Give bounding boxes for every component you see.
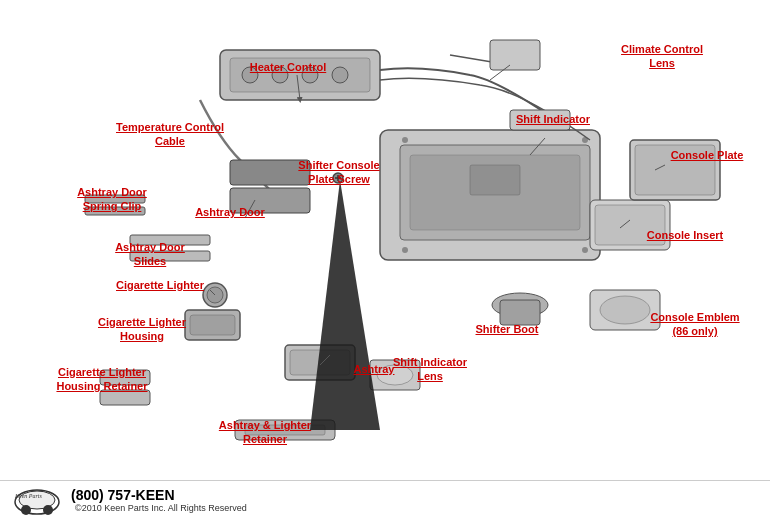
svg-text:Keen Parts: Keen Parts — [14, 493, 42, 499]
svg-rect-24 — [490, 40, 540, 70]
label-shifter-console-plate-screw: Shifter Console Plate Screw — [284, 158, 394, 187]
svg-rect-8 — [470, 165, 520, 195]
label-temperature-control-cable: Temperature Control Cable — [115, 120, 225, 149]
svg-point-59 — [43, 505, 53, 515]
footer-copyright: ©2010 Keen Parts Inc. All Rights Reserve… — [75, 503, 247, 513]
label-shift-indicator-lens: Shift Indicator Lens — [390, 355, 470, 384]
label-ashtray-door-slides: Ashtray Door Slides — [100, 240, 200, 269]
label-heater-control: Heater Control — [238, 60, 338, 74]
label-ashtray-door: Ashtray Door — [195, 205, 265, 219]
keen-parts-logo-icon: Keen Parts — [10, 482, 65, 517]
svg-point-58 — [21, 505, 31, 515]
svg-point-6 — [402, 247, 408, 253]
svg-point-4 — [402, 137, 408, 143]
label-ashtray-lighter-retainer: Ashtray & Lighter Retainer — [215, 418, 315, 447]
svg-point-14 — [600, 296, 650, 324]
label-cigarette-lighter-housing: Cigarette Lighter Housing — [87, 315, 197, 344]
footer-phone: (800) 757-KEEN — [71, 487, 247, 503]
label-shifter-boot: Shifter Boot — [472, 322, 542, 336]
svg-point-7 — [582, 247, 588, 253]
label-console-emblem: Console Emblem (86 only) — [650, 310, 740, 339]
diagram-container: Climate Control Lens Heater Control Shif… — [0, 0, 770, 518]
label-ashtray-door-spring-clip: Ashtray Door Spring Clip — [62, 185, 162, 214]
label-console-insert: Console Insert — [640, 228, 730, 242]
label-cigarette-lighter-housing-retainer: Cigarette Lighter Housing Retainer — [52, 365, 152, 394]
label-shift-indicator: Shift Indicator — [508, 112, 598, 126]
label-climate-control-lens: Climate Control Lens — [612, 42, 712, 71]
label-console-plate: Console Plate — [662, 148, 752, 162]
label-cigarette-lighter: Cigarette Lighter — [110, 278, 210, 292]
footer: Keen Parts (800) 757-KEEN ©2010 Keen Par… — [0, 480, 770, 518]
